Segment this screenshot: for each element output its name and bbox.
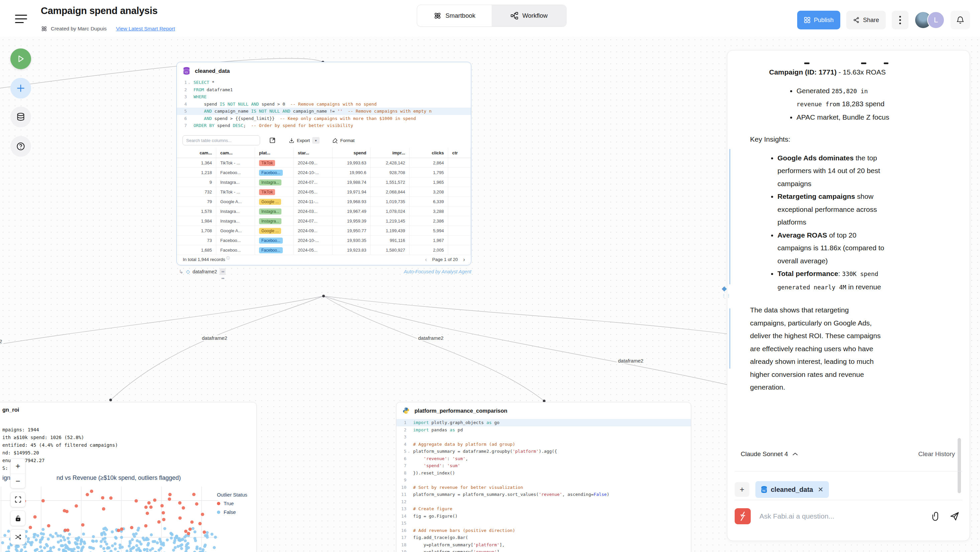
- format-button[interactable]: Format: [332, 138, 355, 143]
- code-line[interactable]: 19 x=platform_summary['revenue'],: [396, 548, 691, 552]
- share-button[interactable]: Share: [846, 11, 886, 29]
- code-line[interactable]: 10# Sort by revenue for better visualiza…: [396, 484, 691, 491]
- help-button[interactable]: [10, 136, 31, 157]
- column-header[interactable]: star...: [294, 148, 332, 158]
- shuffle-icon: [15, 534, 21, 540]
- code-line[interactable]: 5⌄platform_summary = dataframe2.groupby(…: [396, 448, 691, 455]
- code-line[interactable]: 4# Aggregate data by platform (ad group): [396, 441, 691, 448]
- chevron-up-icon[interactable]: [792, 452, 798, 456]
- data-sources-button[interactable]: [10, 107, 31, 127]
- lock-view-button[interactable]: [11, 511, 25, 526]
- expand-table-button[interactable]: [269, 137, 275, 143]
- code-line[interactable]: 7 'spend': 'sum': [396, 462, 691, 469]
- sql-code-editor[interactable]: 1⌄SELECT *2FROM dataframe13WHERE4 spend …: [177, 79, 471, 129]
- cell-cleaned-data[interactable]: SQL cleaned_data 1⌄SELECT *2FROM datafra…: [177, 62, 471, 265]
- column-header[interactable]: cam...: [216, 148, 255, 158]
- python-code-editor[interactable]: 1import plotly.graph_objects as go2impor…: [396, 419, 691, 552]
- clear-history-button[interactable]: Clear History: [918, 450, 955, 458]
- code-line[interactable]: 3WHERE: [177, 93, 471, 100]
- scatter-point-true: [178, 501, 181, 504]
- code-line[interactable]: 1⌄SELECT *: [177, 79, 471, 86]
- cell-platform-performance-comparison[interactable]: platform_performance_comparison 1import …: [396, 402, 691, 552]
- table-row[interactable]: 1,218Faceboo...Faceboo...2024-10-...19,9…: [177, 168, 471, 177]
- column-header[interactable]: impr...: [371, 148, 409, 158]
- code-line[interactable]: 6 'revenue': 'sum',: [396, 455, 691, 463]
- scatter-point-false: [82, 533, 85, 536]
- info-icon[interactable]: ⓘ: [226, 256, 230, 261]
- column-header[interactable]: cam...: [177, 148, 216, 158]
- drag-handle-icon[interactable]: ⋮⋮: [722, 293, 731, 298]
- table-row[interactable]: 73Faceboo...Faceboo...2024-10-...19,930.…: [177, 235, 471, 245]
- context-chip-cleaned-data[interactable]: SQL cleaned_data ✕: [756, 481, 829, 498]
- code-line[interactable]: 17fig.add_trace(go.Bar(: [396, 534, 691, 541]
- model-selector[interactable]: Claude Sonnet 4: [741, 450, 788, 458]
- ask-question-input[interactable]: Ask Fabi.ai a question...: [759, 512, 922, 520]
- table-row[interactable]: 1,984Instagra...Instagra...2024-07...19,…: [177, 216, 471, 226]
- code-line[interactable]: 14fig = go.Figure(): [396, 512, 691, 520]
- column-header[interactable]: clicks: [409, 148, 448, 158]
- next-page-button[interactable]: ›: [463, 257, 465, 262]
- table-row[interactable]: 1,578Instagra...Instagra...2024-03...19,…: [177, 207, 471, 216]
- legend-item-true[interactable]: True: [217, 501, 247, 506]
- zoom-in-button[interactable]: +: [11, 459, 25, 474]
- code-line[interactable]: 8}).reset_index(): [396, 469, 691, 477]
- code-line[interactable]: 1import plotly.graph_objects as go: [396, 419, 691, 426]
- code-line[interactable]: 2import pandas as pd: [396, 426, 691, 434]
- code-line[interactable]: 12: [396, 498, 691, 506]
- column-header[interactable]: spend: [332, 148, 371, 158]
- publish-button[interactable]: Publish: [797, 11, 840, 29]
- result-table[interactable]: cam...cam...plat...star...spendimpr...cl…: [177, 148, 471, 255]
- code-line[interactable]: 16# Add revenue bars (positive direction…: [396, 527, 691, 534]
- more-options-button[interactable]: [892, 11, 908, 29]
- code-line[interactable]: 11platform_summary = platform_summary.so…: [396, 491, 691, 498]
- table-row[interactable]: 1,685Faceboo...Faceboo...2024-05...19,92…: [177, 245, 471, 255]
- message-bullet-list: Google Ads dominates the top performers …: [778, 152, 888, 294]
- table-row[interactable]: 9Instagra...Instagra...2024-07...19,988.…: [177, 177, 471, 187]
- drag-handle-icon[interactable]: ●●●●: [220, 268, 226, 275]
- send-icon[interactable]: [950, 511, 959, 521]
- tab-smartbook[interactable]: Smartbook: [417, 5, 492, 26]
- run-workflow-button[interactable]: [10, 48, 31, 69]
- cell-campaign-roi[interactable]: gn_roi mpaigns: 1944ith ≥$10k spend: 102…: [0, 402, 257, 552]
- remove-context-icon[interactable]: ✕: [818, 485, 824, 493]
- code-line[interactable]: 3: [396, 433, 691, 441]
- table-cell: 19,930.35: [332, 235, 371, 245]
- attach-paperclip-icon[interactable]: [931, 511, 941, 521]
- output-dataframe-tag[interactable]: ↳ ◇ dataframe2 ●●●●: [179, 268, 226, 275]
- notifications-button[interactable]: [951, 11, 970, 29]
- scatter-point-false: [129, 548, 132, 550]
- tab-workflow[interactable]: Workflow: [492, 5, 566, 26]
- table-row[interactable]: 1,708Google A...Google ...2024-09...19,9…: [177, 226, 471, 235]
- code-line[interactable]: 4 spend IS NOT NULL AND spend > 0 -- Rem…: [177, 100, 471, 108]
- add-cell-button[interactable]: [10, 78, 31, 99]
- table-row[interactable]: 79Google A...Google ...2024-11-...19,968…: [177, 197, 471, 207]
- link-diamond-icon[interactable]: ◆: [722, 285, 727, 292]
- view-smart-report-link[interactable]: View Latest Smart Report: [116, 26, 175, 32]
- code-line[interactable]: 7ORDER BY spend DESC; -- Order by spend …: [177, 122, 471, 129]
- column-header[interactable]: plat...: [255, 148, 294, 158]
- code-line[interactable]: 6 AND spend > {{spend_limit}} -- Keep on…: [177, 115, 471, 122]
- search-table-columns-input[interactable]: Search table columns...: [183, 135, 260, 145]
- add-context-button[interactable]: +: [735, 482, 749, 497]
- table-cell: 2,005: [409, 245, 448, 255]
- scatter-point-false: [132, 546, 135, 549]
- table-row[interactable]: 732TikTok - ...TikTok2024-05...19,971.94…: [177, 187, 471, 197]
- shuffle-layout-button[interactable]: [11, 530, 25, 544]
- menu-icon[interactable]: [15, 15, 27, 25]
- code-line[interactable]: 13# Create figure: [396, 505, 691, 512]
- export-button[interactable]: Export ▾: [289, 137, 320, 144]
- avatar-l[interactable]: L: [927, 11, 945, 29]
- export-chevron[interactable]: ▾: [312, 137, 320, 144]
- legend-item-false[interactable]: False: [217, 509, 247, 515]
- code-line[interactable]: 2FROM dataframe1: [177, 86, 471, 94]
- table-row[interactable]: 1,364TikTok - ...TikTok2024-09...19,993.…: [177, 158, 471, 168]
- code-line[interactable]: 9: [396, 476, 691, 484]
- code-line[interactable]: 5 AND campaign_name IS NOT NULL AND camp…: [177, 108, 471, 115]
- code-line[interactable]: 15: [396, 520, 691, 527]
- zoom-out-button[interactable]: −: [11, 474, 25, 488]
- column-header[interactable]: ctr: [448, 148, 471, 158]
- fit-view-button[interactable]: [11, 492, 25, 507]
- code-line[interactable]: 18 y=platform_summary['platform'],: [396, 541, 691, 549]
- scatter-plot[interactable]: [0, 487, 218, 552]
- prev-page-button[interactable]: ‹: [425, 257, 427, 262]
